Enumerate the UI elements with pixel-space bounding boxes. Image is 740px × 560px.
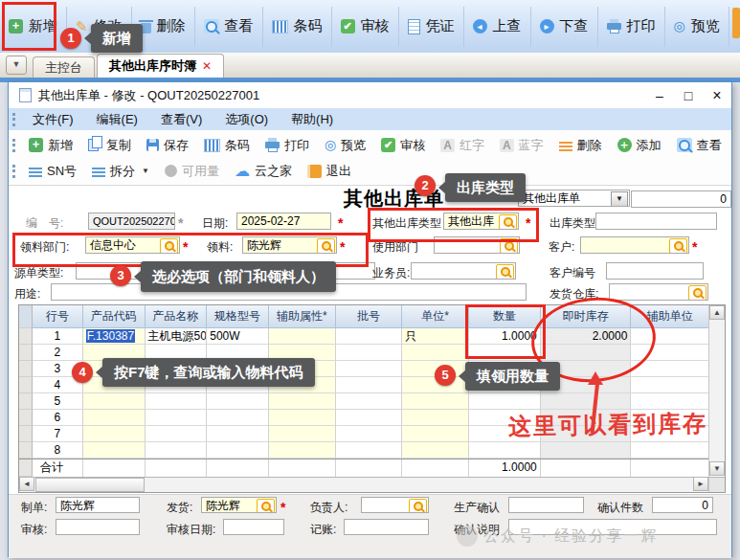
prod-confirm-field[interactable] [508, 497, 584, 513]
toolbar-audit-button[interactable]: ✔审核 [332, 7, 399, 47]
grid-cell[interactable] [336, 328, 403, 345]
grid-cell[interactable] [631, 442, 709, 459]
grid-cell[interactable] [336, 442, 403, 459]
row-selector[interactable] [19, 345, 33, 361]
salesman-field[interactable] [411, 262, 516, 280]
close-button[interactable]: × [703, 85, 731, 106]
dlg-delete-row-button[interactable]: 删除 [551, 137, 610, 154]
dlg-preview-button[interactable]: ◎预览 [317, 137, 373, 154]
row-number[interactable]: 2 [33, 345, 83, 361]
lookup-icon[interactable] [496, 264, 514, 280]
tab-main-console[interactable]: 主控台 [33, 56, 95, 78]
grid-cell[interactable] [402, 426, 469, 442]
grid-cell[interactable] [269, 393, 336, 410]
scroll-up-icon[interactable]: ▲ [709, 305, 725, 320]
dlg-split-button[interactable]: 拆分▼ [84, 163, 157, 180]
grid-cell[interactable] [336, 410, 403, 426]
col-header-batch[interactable]: 批号 [336, 305, 403, 328]
menu-edit[interactable]: 编辑(E) [85, 111, 149, 128]
confirm-count-field[interactable]: 0 [652, 497, 713, 513]
grid-cell[interactable] [146, 410, 208, 426]
top-right-count-field[interactable]: 0 [631, 190, 731, 208]
grid-cell[interactable] [269, 328, 336, 345]
maker-field[interactable]: 陈光辉 [56, 497, 140, 513]
row-selector[interactable] [19, 410, 33, 426]
tab-close-icon[interactable]: ✕ [202, 59, 212, 73]
grid-cell[interactable] [207, 426, 269, 442]
toolbar-prev-button[interactable]: ◂上查 [464, 7, 531, 47]
grid-cell[interactable] [336, 361, 403, 377]
customer-field[interactable] [580, 236, 689, 254]
row-number[interactable]: 7 [33, 426, 83, 442]
col-header-unit[interactable]: 单位* [402, 305, 469, 328]
menu-view[interactable]: 查看(V) [149, 111, 213, 128]
scroll-left-icon[interactable]: ◄ [19, 478, 34, 491]
grid-cell[interactable] [269, 410, 336, 426]
dlg-exit-button[interactable]: 退出 [300, 163, 359, 180]
row-selector[interactable] [19, 361, 33, 377]
menu-help[interactable]: 帮助(H) [280, 111, 345, 128]
menu-options[interactable]: 选项(O) [213, 111, 280, 128]
grid-cell[interactable]: 500W [207, 328, 269, 345]
toolbar-view-button[interactable]: 查看 [195, 7, 263, 47]
doc-type-dropdown[interactable]: 其他出库单▼ [518, 190, 630, 207]
audit-date-field[interactable] [223, 519, 284, 535]
grid-cell[interactable] [336, 377, 403, 393]
dlg-copy-button[interactable]: 复制 [80, 137, 139, 154]
grid-cell[interactable] [269, 442, 336, 459]
grid-cell[interactable] [541, 442, 632, 459]
col-header-row-no[interactable]: 行号 [33, 305, 83, 328]
dlg-add-row-button[interactable]: +添加 [610, 137, 669, 154]
row-selector[interactable] [19, 442, 33, 459]
grid-cell[interactable] [146, 426, 208, 442]
grid-cell[interactable] [336, 393, 403, 410]
dlg-view-button[interactable]: 查看 [669, 137, 729, 154]
scroll-right-icon[interactable]: ► [693, 478, 708, 491]
lookup-icon[interactable] [688, 285, 706, 301]
bookkeep-field[interactable] [344, 519, 429, 535]
menu-file[interactable]: 文件(F) [21, 111, 85, 128]
tab-other-outbound-list[interactable]: 其他出库序时簿✕ [97, 54, 224, 78]
customer-no-field[interactable] [606, 262, 704, 280]
scroll-down-icon[interactable]: ▼ [709, 461, 725, 476]
grid-cell[interactable] [631, 361, 709, 377]
grid-cell[interactable] [402, 393, 469, 410]
toolbar-preview-button[interactable]: ◎预览 [665, 7, 729, 47]
grid-cell[interactable] [83, 410, 146, 426]
row-selector[interactable] [19, 393, 33, 410]
dlg-save-button[interactable]: 保存 [139, 137, 196, 154]
grid-cell[interactable] [469, 393, 541, 410]
scrollbar-thumb[interactable] [35, 478, 145, 492]
row-number[interactable]: 5 [33, 393, 83, 410]
dropdown-arrow-icon[interactable]: ▼ [611, 191, 628, 207]
scrollbar-track[interactable] [145, 478, 693, 492]
vertical-scrollbar[interactable]: ▲ ▼ [708, 305, 725, 476]
grid-cell[interactable] [402, 345, 469, 361]
grid-cell[interactable] [83, 442, 146, 459]
grid-cell[interactable] [146, 442, 208, 459]
warehouse-field[interactable] [609, 283, 708, 301]
dlg-print-button[interactable]: 打印 [258, 137, 317, 154]
tab-list-dropdown[interactable]: ▼ [6, 56, 27, 75]
col-header-product-name[interactable]: 产品名称 [146, 305, 208, 328]
grid-cell[interactable] [83, 426, 146, 442]
dlg-barcode-button[interactable]: 条码 [196, 137, 258, 154]
col-header-product-code[interactable]: 产品代码 [83, 305, 146, 328]
grid-cell[interactable] [631, 377, 709, 393]
owner-field[interactable] [361, 497, 429, 513]
grid-cell[interactable]: F.130387 [83, 328, 146, 345]
toolbar-barcode-button[interactable]: 条码 [263, 7, 332, 47]
lookup-icon[interactable] [257, 499, 275, 513]
dlg-blue-entry-button[interactable]: A蓝字 [492, 137, 551, 154]
row-selector[interactable] [19, 377, 33, 393]
row-number[interactable]: 1 [33, 328, 83, 345]
maximize-button[interactable]: □ [674, 85, 703, 106]
dlg-red-entry-button[interactable]: A红字 [433, 137, 492, 154]
grid-cell[interactable]: 主机电源500 [146, 328, 208, 345]
date-field[interactable]: 2025-02-27 [236, 213, 331, 230]
grid-cell[interactable]: 只 [402, 328, 469, 345]
dlg-available-qty-button[interactable]: 可用量 [157, 163, 227, 180]
horizontal-scrollbar[interactable]: ◄ ► [19, 477, 725, 492]
out-type-field[interactable] [595, 213, 717, 230]
dlg-new-button[interactable]: +新增 [21, 137, 80, 154]
